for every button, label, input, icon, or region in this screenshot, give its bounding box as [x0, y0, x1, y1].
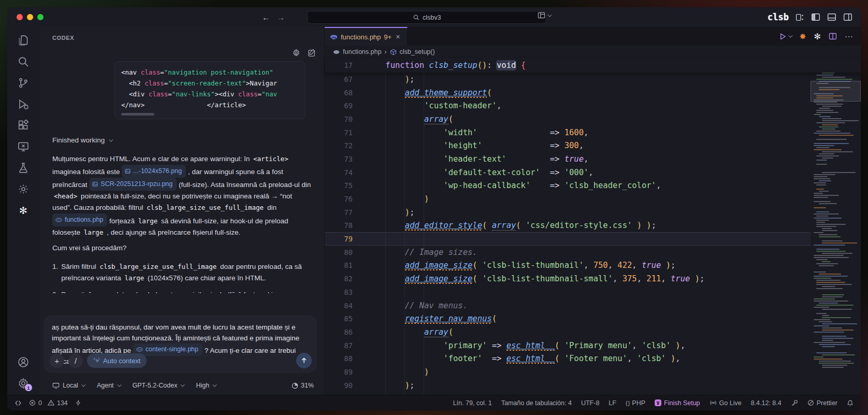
go-live-button[interactable]: Go Live — [710, 399, 742, 407]
run-debug-icon[interactable] — [17, 98, 30, 110]
code-line[interactable]: 72 'height' => 300, — [325, 139, 811, 152]
code-line[interactable]: 71 'width' => 1600, — [325, 126, 811, 139]
php-version[interactable]: 8.4.12: 8.4 — [751, 399, 782, 407]
model-selector[interactable]: GPT-5.2-Codex — [133, 382, 184, 389]
code-line[interactable]: 81 add_image_size( 'clsb-list-thumbnail'… — [325, 259, 811, 273]
minimap[interactable] — [811, 58, 861, 395]
reasoning-selector[interactable]: High — [196, 382, 215, 389]
tools-settings-icon[interactable] — [17, 183, 30, 195]
minimap-viewport[interactable] — [811, 81, 861, 102]
openai-knot-icon: ✻ — [19, 206, 27, 216]
code-line[interactable]: 90 ); — [325, 379, 811, 392]
eol-setting[interactable]: LF — [609, 399, 616, 407]
toggle-primary-sidebar-icon[interactable] — [811, 12, 820, 22]
code-line-text: // Nav menus. — [353, 301, 468, 310]
code-snippet-card[interactable]: <nav class="navigation post-navigation" … — [114, 61, 306, 119]
snippet-horizontal-scrollbar[interactable] — [121, 113, 154, 116]
code-line[interactable]: 73 'header-text' => true, — [325, 152, 811, 166]
inline-code: large — [123, 274, 146, 282]
key-button[interactable] — [791, 399, 798, 407]
toggle-panel-icon[interactable] — [827, 12, 836, 22]
split-editor-icon[interactable] — [829, 32, 837, 40]
openai-knot-icon[interactable]: ✻ — [814, 32, 821, 41]
breadcrumb-file[interactable]: functions.php — [343, 48, 381, 55]
explorer-icon[interactable] — [17, 34, 30, 47]
source-control-icon[interactable] — [17, 77, 30, 89]
minimap-line — [816, 313, 827, 314]
code-line[interactable]: 80 // Image sizes. — [325, 246, 811, 259]
code-line[interactable]: 69 'custom-header', — [325, 99, 811, 112]
sticky-scroll-line[interactable]: 17 function clsb_setup(): void { — [325, 58, 861, 73]
code-line[interactable]: 82 add_image_size( 'clsb-list-thumbnail-… — [325, 272, 811, 285]
code-line[interactable]: 67 ); — [325, 73, 811, 86]
code-line[interactable]: 76 ) — [325, 192, 811, 206]
accounts-icon[interactable] — [17, 356, 30, 368]
code-token: true — [565, 154, 584, 164]
history-forward-button[interactable]: → — [277, 13, 285, 22]
breadcrumb[interactable]: functions.php › clsb_setup() — [325, 46, 861, 58]
encoding-setting[interactable]: UTF-8 — [581, 399, 599, 407]
code-line[interactable]: 88 'footer' => esc_html__( 'Footer menu'… — [325, 352, 811, 365]
code-line[interactable]: 74 'default-text-color' => '000', — [325, 166, 811, 179]
zoom-window-button[interactable] — [37, 14, 44, 20]
extensions-icon[interactable] — [17, 119, 30, 132]
code-line[interactable]: 70 array( — [325, 112, 811, 126]
ports-indicator[interactable] — [75, 399, 81, 406]
code-line[interactable]: 79 — [325, 232, 811, 246]
file-chip[interactable]: functions.php — [52, 213, 107, 226]
file-chip[interactable]: SCR-20251213-rpzu.png — [89, 178, 177, 191]
history-back-button[interactable]: ← — [262, 13, 270, 22]
breadcrumb-symbol[interactable]: clsb_setup() — [400, 48, 435, 55]
settings-gear-icon[interactable]: 1 — [17, 377, 30, 390]
testing-icon[interactable] — [17, 162, 30, 174]
command-center-search[interactable]: clsbv3 — [307, 11, 546, 24]
code-line-text: 'height' => 300, — [353, 141, 584, 150]
tab-close-icon[interactable]: × — [396, 33, 400, 41]
layout-dropdown[interactable] — [538, 11, 551, 19]
close-window-button[interactable] — [17, 14, 23, 20]
codex-view-icon[interactable]: ✻ — [17, 204, 30, 217]
finished-working-toggle[interactable]: Finished working — [52, 135, 313, 146]
problems-indicator[interactable]: 0 134 — [29, 399, 68, 407]
error-icon — [29, 399, 36, 406]
code-line[interactable]: 86 array( — [325, 325, 811, 339]
indentation-setting[interactable]: Tamaño de tabulación: 4 — [501, 399, 572, 407]
code-token — [501, 354, 506, 363]
code-line[interactable]: 78 add_editor_style( array( 'css/editor-… — [325, 219, 811, 233]
code-line[interactable]: 75 'wp-head-callback' => 'clsb_header_co… — [325, 179, 811, 193]
code-line[interactable]: 84 // Nav menus. — [325, 299, 811, 312]
cursor-position[interactable]: Lín. 79, col. 1 — [453, 399, 492, 407]
mode-selector[interactable]: Agent — [97, 382, 120, 389]
toggle-secondary-sidebar-icon[interactable] — [843, 12, 852, 22]
environment-selector[interactable]: Local — [52, 382, 84, 389]
language-mode[interactable]: { } PHP — [626, 399, 645, 407]
minimize-window-button[interactable] — [27, 14, 33, 20]
slash-command-button[interactable]: / — [68, 353, 83, 368]
more-actions-icon[interactable]: ⋯ — [845, 32, 853, 41]
prettier-status[interactable]: Prettier — [807, 399, 837, 407]
notifications-button[interactable] — [847, 399, 853, 407]
file-chip[interactable]: ...-1024x576.png — [122, 165, 186, 178]
code-line[interactable]: 83 — [325, 285, 811, 299]
code-line[interactable]: 85 register_nav_menus( — [325, 312, 811, 325]
customize-layout-icon[interactable] — [795, 13, 804, 22]
starburst-extension-icon[interactable]: ✸ — [799, 32, 806, 41]
code-lines[interactable]: 67 );68 add_theme_support(69 'custom-hea… — [325, 73, 811, 395]
remote-indicator[interactable] — [15, 399, 22, 407]
remote-explorer-icon[interactable] — [17, 140, 30, 153]
code-line[interactable]: 68 add_theme_support( — [325, 86, 811, 99]
send-button[interactable] — [296, 353, 312, 368]
line-number: 84 — [325, 302, 353, 310]
finish-setup-button[interactable]: Finish Setup — [655, 399, 700, 407]
search-view-icon[interactable] — [17, 55, 30, 68]
auto-context-toggle[interactable]: Auto context — [87, 353, 147, 368]
chat-input[interactable]: aș putea să-ți dau răspunsul, dar vom av… — [44, 315, 317, 373]
code-token: class — [141, 68, 161, 76]
code-line[interactable]: 87 'primary' => esc_html__( 'Primary men… — [325, 339, 811, 352]
attach-button[interactable]: + — [50, 353, 64, 368]
run-code-button[interactable] — [779, 33, 791, 40]
code-line[interactable]: 77 ); — [325, 206, 811, 219]
tab-functions-php[interactable]: php functions.php 9+ × — [325, 27, 408, 46]
code-line[interactable]: 89 ) — [325, 365, 811, 379]
code-editor[interactable]: 17 function clsb_setup(): void { 67 );68… — [325, 58, 861, 395]
